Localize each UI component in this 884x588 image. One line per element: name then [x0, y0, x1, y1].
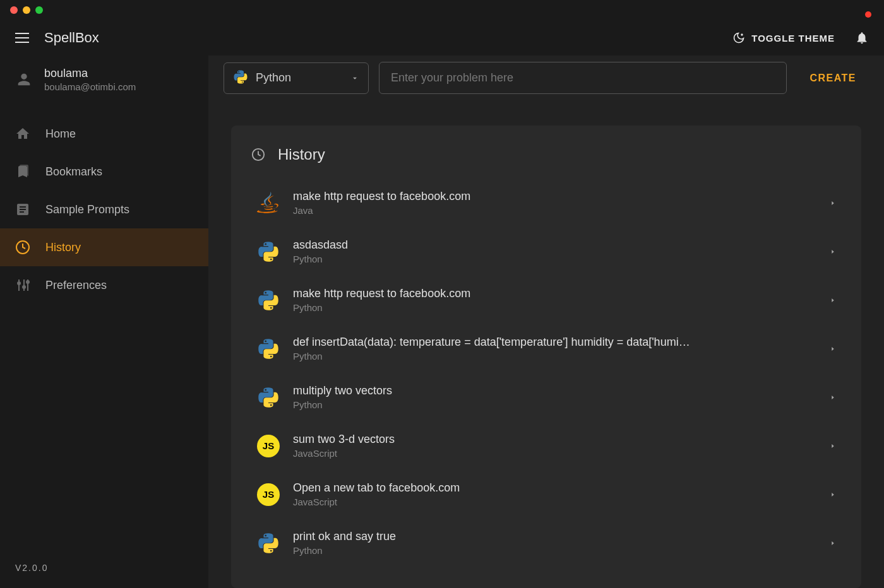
doc-icon	[15, 202, 30, 217]
history-panel: History make http request to facebook.co…	[231, 126, 861, 588]
window-controls	[10, 6, 43, 14]
nav-label: Bookmarks	[45, 165, 102, 179]
create-button[interactable]: CREATE	[797, 73, 869, 84]
history-list: make http request to facebook.comJavaasd…	[231, 179, 861, 567]
js-icon: JS	[256, 434, 280, 458]
chevron-right-icon	[830, 297, 836, 303]
history-item[interactable]: print ok and say truePython	[251, 519, 841, 567]
history-language: JavaScript	[293, 448, 817, 459]
history-prompt: def insertData(data): temperature = data…	[293, 336, 817, 349]
sliders-icon	[15, 278, 30, 293]
history-item[interactable]: make http request to facebook.comPython	[251, 276, 841, 324]
clock-icon	[15, 240, 30, 255]
history-prompt: Open a new tab to facebook.com	[293, 481, 817, 495]
language-select-label: Python	[256, 71, 343, 85]
nav-label: History	[45, 241, 81, 254]
chevron-right-icon	[830, 346, 836, 352]
history-item[interactable]: multiply two vectorsPython	[251, 373, 841, 421]
chevron-right-icon	[830, 540, 836, 546]
history-prompt: multiply two vectors	[293, 384, 817, 397]
notifications-icon[interactable]	[855, 31, 869, 45]
java-icon	[256, 191, 280, 215]
sidebar: boulama boulama@otimbi.com HomeBookmarks…	[0, 56, 208, 588]
history-item[interactable]: JSOpen a new tab to facebook.comJavaScri…	[251, 470, 841, 519]
sidebar-item-home[interactable]: Home	[0, 115, 208, 153]
python-icon	[233, 69, 248, 87]
user-email: boulama@otimbi.com	[44, 81, 136, 92]
history-prompt: asdasdasd	[293, 238, 817, 252]
menu-icon[interactable]	[15, 33, 29, 43]
nav-label: Home	[45, 127, 76, 141]
user-icon	[15, 71, 33, 88]
bookmark-icon	[15, 164, 30, 179]
history-prompt: make http request to facebook.com	[293, 190, 817, 203]
clock-icon	[251, 148, 265, 162]
nav: HomeBookmarksSample PromptsHistoryPrefer…	[0, 115, 208, 304]
history-language: Python	[293, 254, 817, 264]
history-item[interactable]: asdasdasdPython	[251, 227, 841, 276]
history-language: Python	[293, 351, 817, 362]
toggle-theme-label: TOGGLE THEME	[751, 33, 835, 44]
sidebar-item-bookmarks[interactable]: Bookmarks	[0, 153, 208, 191]
history-prompt: make http request to facebook.com	[293, 287, 817, 300]
minimize-window-button[interactable]	[23, 6, 30, 14]
sidebar-item-history[interactable]: History	[0, 228, 208, 266]
sidebar-item-sample-prompts[interactable]: Sample Prompts	[0, 191, 208, 228]
content: Python CREATE History make http request …	[208, 56, 884, 588]
python-icon	[256, 385, 280, 409]
user-profile[interactable]: boulama boulama@otimbi.com	[0, 59, 208, 105]
history-language: Python	[293, 399, 817, 410]
history-language: Python	[293, 302, 817, 313]
history-item[interactable]: make http request to facebook.comJava	[251, 179, 841, 227]
titlebar	[0, 0, 884, 20]
close-window-button[interactable]	[10, 6, 18, 14]
maximize-window-button[interactable]	[35, 6, 43, 14]
home-icon	[15, 126, 30, 141]
language-select[interactable]: Python	[224, 62, 369, 94]
python-icon	[256, 240, 280, 264]
svg-point-7	[27, 281, 29, 283]
js-icon: JS	[256, 483, 280, 507]
nav-label: Preferences	[45, 279, 107, 292]
moon-icon	[732, 32, 745, 44]
toggle-theme-button[interactable]: TOGGLE THEME	[732, 32, 835, 44]
history-item[interactable]: def insertData(data): temperature = data…	[251, 324, 841, 373]
svg-point-3	[18, 282, 20, 285]
python-icon	[256, 288, 280, 312]
chevron-right-icon	[830, 200, 836, 206]
svg-point-5	[23, 286, 25, 288]
notification-dot	[865, 11, 871, 18]
user-name: boulama	[44, 67, 136, 80]
chevron-right-icon	[830, 491, 836, 498]
history-item[interactable]: JSsum two 3-d vectorsJavaScript	[251, 421, 841, 470]
python-icon	[256, 531, 280, 555]
version-label: V2.0.0	[0, 548, 208, 588]
chevron-right-icon	[830, 249, 836, 255]
history-prompt: sum two 3-d vectors	[293, 433, 817, 446]
svg-point-0	[741, 34, 743, 35]
sidebar-item-preferences[interactable]: Preferences	[0, 266, 208, 304]
topbar: SpellBox TOGGLE THEME	[0, 20, 884, 56]
history-language: Python	[293, 545, 817, 556]
chevron-right-icon	[830, 394, 836, 401]
history-prompt: print ok and say true	[293, 530, 817, 543]
problem-input[interactable]	[379, 62, 787, 94]
history-language: Java	[293, 205, 817, 216]
nav-label: Sample Prompts	[45, 203, 129, 216]
chevron-right-icon	[830, 443, 836, 449]
app-title: SpellBox	[44, 30, 99, 46]
history-language: JavaScript	[293, 497, 817, 507]
input-row: Python CREATE	[208, 56, 884, 100]
chevron-down-icon	[350, 74, 359, 83]
history-title: History	[278, 146, 325, 163]
python-icon	[256, 337, 280, 361]
